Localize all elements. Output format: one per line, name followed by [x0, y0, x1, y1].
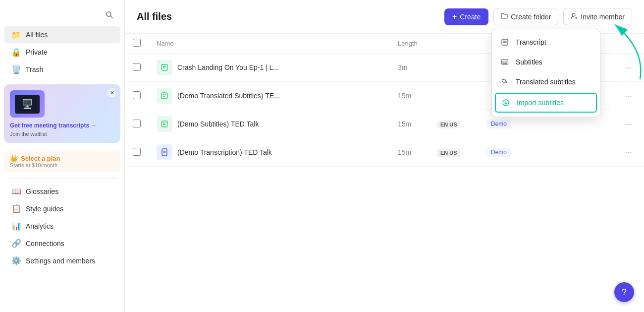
file-length: 3m [390, 54, 429, 82]
file-name-cell[interactable]: (Demo Transcription) TED Talk [149, 138, 390, 167]
sidebar-nav: 📁 All files 🔒 Private 🗑️ Trash [0, 26, 124, 78]
sidebar-search-area [0, 6, 124, 26]
folder-plus-icon [501, 12, 508, 21]
search-icon[interactable] [103, 8, 116, 22]
file-name: (Demo Transcription) TED Talk [177, 148, 272, 156]
file-language: EN US [429, 138, 479, 167]
promo-banner: ✕ 🖥️ Get free meeting transcripts → Join… [4, 84, 120, 143]
row-checkbox[interactable] [133, 148, 141, 156]
analytics-icon: 📊 [12, 222, 21, 231]
more-options-button[interactable]: ··· [621, 62, 636, 74]
tag-badge: Demo [487, 148, 511, 157]
plan-title: 👑 Select a plan [10, 155, 114, 162]
more-options-button[interactable]: ··· [621, 118, 636, 130]
language-badge: EN US [437, 121, 460, 128]
sidebar-item-label: Trash [26, 65, 43, 73]
crown-icon: 👑 [10, 155, 18, 162]
select-plan-banner[interactable]: 👑 Select a plan Starts at $10/month [4, 151, 120, 172]
sidebar-item-label: All files [26, 31, 48, 39]
header-actions: + Create Create folder [444, 8, 632, 25]
svg-rect-5 [161, 64, 167, 70]
trash-icon: 🗑️ [12, 65, 21, 74]
name-column-header: Name [149, 34, 390, 54]
create-dropdown-menu: Transcript Subtitles Translated subtit [491, 29, 600, 117]
help-button[interactable]: ? [614, 282, 634, 302]
connections-icon: 🔗 [12, 239, 21, 248]
folder-icon: 📁 [12, 30, 21, 39]
file-name: (Demo Translated Subtitles) TE... [177, 92, 280, 100]
sidebar-item-label: Glossaries [26, 187, 58, 195]
sidebar-item-trash[interactable]: 🗑️ Trash [4, 61, 120, 78]
create-button[interactable]: + Create [444, 8, 488, 25]
dropdown-item-label: Subtitles [516, 58, 542, 66]
sidebar-bottom-nav: 📖 Glossaries 📋 Style guides 📊 Analytics … [0, 183, 124, 270]
lang-column-header [429, 34, 479, 54]
person-plus-icon [571, 12, 578, 21]
sidebar-item-label: Private [26, 48, 48, 56]
file-name-cell[interactable]: Crash Landing On You Ep-1 | L... [149, 54, 390, 82]
file-actions-cell: ··· [613, 110, 644, 138]
select-all-checkbox[interactable] [133, 39, 141, 47]
file-actions-cell: ··· [613, 54, 644, 82]
dropdown-item-transcript[interactable]: Transcript [492, 32, 600, 52]
sidebar-item-settings[interactable]: ⚙️ Settings and members [4, 252, 120, 269]
file-tag: Demo [479, 138, 538, 167]
plus-icon: + [452, 12, 457, 21]
file-actions-cell: ··· [613, 82, 644, 110]
main-content: All files + Create Create folder [125, 0, 644, 312]
svg-rect-8 [161, 93, 167, 99]
row-checkbox-cell [125, 138, 149, 167]
subtitles-icon [500, 57, 510, 67]
style-guides-icon: 📋 [12, 204, 21, 213]
dropdown-item-translated-subtitles[interactable]: Translated subtitles [492, 72, 600, 92]
settings-icon: ⚙️ [12, 256, 21, 265]
sidebar-item-label: Settings and members [26, 257, 95, 265]
plan-subtitle: Starts at $10/month [10, 162, 114, 168]
file-length: 15m [390, 110, 429, 138]
sidebar-item-label: Connections [26, 240, 64, 248]
dropdown-item-label: Transcript [516, 38, 546, 46]
dropdown-item-label: Import subtitles [517, 99, 564, 107]
row-checkbox[interactable] [133, 120, 141, 127]
row-checkbox[interactable] [133, 63, 141, 71]
file-created-date [538, 138, 613, 167]
file-length: 15m [390, 138, 429, 167]
row-checkbox-cell [125, 54, 149, 82]
tag-badge: Demo [487, 120, 511, 128]
sidebar-item-analytics[interactable]: 📊 Analytics [4, 218, 120, 235]
actions-column-header [613, 34, 644, 54]
more-options-button[interactable]: ··· [621, 146, 636, 159]
promo-screen: 🖥️ [15, 95, 40, 114]
svg-rect-11 [161, 121, 167, 127]
promo-close-button[interactable]: ✕ [107, 88, 116, 97]
glossaries-icon: 📖 [12, 187, 21, 196]
file-language: EN US [429, 110, 479, 138]
sidebar: 📁 All files 🔒 Private 🗑️ Trash ✕ 🖥️ Get … [0, 0, 125, 312]
file-length: 15m [390, 82, 429, 110]
invite-member-button[interactable]: Invite member [563, 8, 632, 25]
sidebar-item-connections[interactable]: 🔗 Connections [4, 235, 120, 252]
sidebar-item-glossaries[interactable]: 📖 Glossaries [4, 183, 120, 200]
dropdown-item-subtitles[interactable]: Subtitles [492, 52, 600, 72]
promo-title[interactable]: Get free meeting transcripts → [10, 122, 114, 130]
promo-image: 🖥️ [10, 90, 45, 118]
sidebar-item-private[interactable]: 🔒 Private [4, 44, 120, 61]
file-icon [157, 88, 172, 104]
file-actions-cell: ··· [613, 138, 644, 167]
dropdown-item-import-subtitles[interactable]: Import subtitles [495, 93, 597, 113]
promo-subtitle: Join the waitlist [10, 131, 114, 137]
dropdown-item-label: Translated subtitles [516, 78, 576, 86]
svg-rect-17 [502, 39, 508, 45]
more-options-button[interactable]: ··· [621, 90, 636, 102]
table-row: (Demo Transcription) TED Talk 15mEN USDe… [125, 138, 644, 167]
file-name-cell[interactable]: (Demo Subtitles) TED Talk [149, 110, 390, 138]
sidebar-divider [8, 178, 116, 179]
sidebar-item-style-guides[interactable]: 📋 Style guides [4, 200, 120, 217]
file-icon [157, 116, 172, 132]
sidebar-item-all-files[interactable]: 📁 All files [4, 26, 120, 43]
file-language [429, 54, 479, 82]
file-icon [157, 60, 172, 75]
row-checkbox[interactable] [133, 91, 141, 99]
file-name-cell[interactable]: (Demo Translated Subtitles) TE... [149, 82, 390, 110]
create-folder-button[interactable]: Create folder [493, 8, 558, 25]
